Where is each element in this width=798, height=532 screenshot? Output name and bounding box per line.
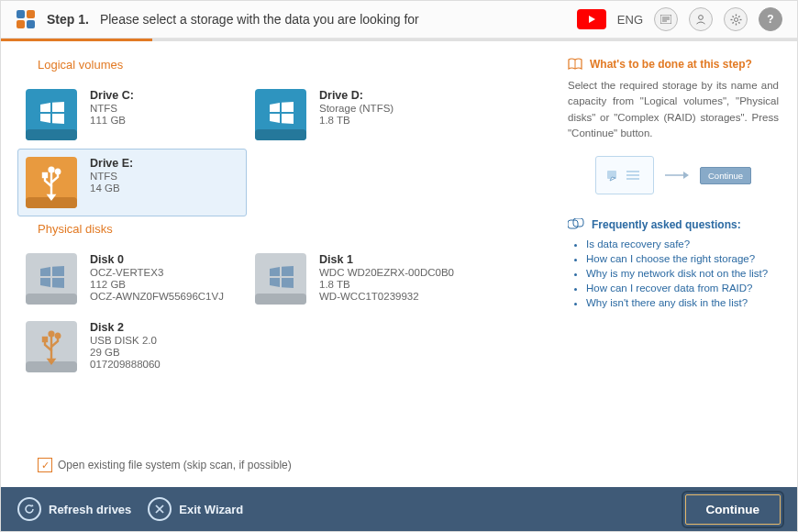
refresh-icon: [17, 497, 41, 521]
physical-disks-grid: Disk 0OCZ-VERTEX3112 GBOCZ-AWNZ0FW55696C…: [17, 245, 542, 381]
disk-size: 112 GB: [90, 279, 224, 290]
svg-rect-21: [255, 129, 306, 140]
illus-continue-label: Continue: [700, 167, 751, 184]
language-selector[interactable]: ENG: [617, 13, 643, 27]
disk-name: Disk 1: [319, 253, 454, 266]
drive-size: 14 GB: [90, 183, 133, 194]
help-heading: What's to be done at this step?: [568, 58, 779, 71]
disk-serial: 017209888060: [90, 359, 161, 370]
main-area: Logical volumes Drive C:NTFS111 GBDrive …: [1, 41, 797, 487]
faq-heading: Frequently asked questions:: [568, 218, 779, 231]
drive-size: 1.8 TB: [319, 115, 393, 126]
logical-volumes-grid: Drive C:NTFS111 GBDrive D:Storage (NTFS)…: [17, 81, 542, 216]
checkbox-label: Open existing file system (skip scan, if…: [58, 459, 292, 471]
svg-point-27: [56, 170, 61, 174]
svg-point-8: [699, 16, 704, 20]
drive-icon: [26, 157, 77, 208]
help-body: Select the required storage by its name …: [568, 78, 779, 141]
svg-rect-1: [27, 10, 35, 18]
drive-name: Drive E:: [90, 157, 133, 170]
drive-name: Drive D:: [319, 89, 393, 102]
svg-line-14: [732, 16, 733, 17]
drive-icon: [255, 89, 306, 140]
logical-volume-item[interactable]: Drive D:Storage (NTFS)1.8 TB: [247, 81, 476, 149]
disk-name: Disk 2: [90, 321, 161, 334]
physical-disks-title: Physical disks: [38, 222, 542, 236]
drive-fs: Storage (NTFS): [319, 103, 393, 114]
faq-link[interactable]: Is data recovery safe?: [586, 238, 779, 249]
help-panel: What's to be done at this step? Select t…: [559, 41, 797, 487]
drive-size: 111 GB: [90, 115, 134, 126]
faq-list: Is data recovery safe?How can I choose t…: [568, 238, 779, 308]
refresh-label: Refresh drives: [49, 503, 131, 516]
svg-rect-31: [255, 294, 306, 305]
help-illustration: Continue: [568, 156, 779, 194]
disk-serial: OCZ-AWNZ0FW55696C1VJ: [90, 291, 224, 302]
settings-icon[interactable]: [724, 7, 748, 31]
svg-rect-0: [17, 10, 25, 18]
disk-model: USB DISK 2.0: [90, 335, 161, 346]
book-icon: [568, 58, 582, 71]
svg-rect-36: [43, 338, 47, 341]
logical-volumes-title: Logical volumes: [38, 58, 542, 72]
drive-fs: NTFS: [90, 171, 133, 182]
topbar: Step 1. Please select a storage with the…: [1, 1, 797, 39]
svg-point-37: [56, 334, 61, 338]
faq-link[interactable]: Why isn't there any disk in the list?: [586, 297, 779, 308]
disk-model: OCZ-VERTEX3: [90, 267, 224, 278]
drive-icon: [26, 89, 77, 140]
svg-point-9: [734, 17, 737, 21]
faq-title: Frequently asked questions:: [592, 218, 741, 231]
refresh-drives-button[interactable]: Refresh drives: [17, 497, 131, 521]
help-icon[interactable]: ?: [759, 7, 782, 31]
physical-disk-item[interactable]: Disk 0OCZ-VERTEX3112 GBOCZ-AWNZ0FW55696C…: [17, 245, 247, 313]
svg-rect-2: [17, 20, 25, 28]
faq-link[interactable]: How can I recover data from RAID?: [586, 283, 779, 294]
logical-volume-item[interactable]: Drive C:NTFS111 GB: [17, 81, 247, 149]
step-instruction: Please select a storage with the data yo…: [100, 12, 419, 27]
logical-volume-item[interactable]: Drive E:NTFS14 GB: [17, 149, 247, 216]
close-icon: [148, 497, 172, 521]
drive-fs: NTFS: [90, 103, 134, 114]
svg-rect-19: [26, 129, 77, 140]
svg-line-15: [738, 22, 739, 23]
drive-name: Drive C:: [90, 89, 134, 102]
news-icon[interactable]: [654, 7, 678, 31]
step-number: Step 1.: [47, 12, 89, 27]
storage-panel: Logical volumes Drive C:NTFS111 GBDrive …: [1, 41, 559, 487]
disk-serial: WD-WCC1T0239932: [319, 291, 454, 302]
app-logo-icon: [16, 9, 36, 29]
checkbox-icon: ✓: [38, 458, 52, 472]
exit-label: Exit Wizard: [179, 503, 243, 516]
disk-icon: [26, 321, 77, 372]
svg-rect-26: [43, 173, 47, 177]
help-title: What's to be done at this step?: [590, 58, 752, 71]
svg-point-35: [50, 332, 54, 337]
svg-rect-29: [26, 294, 77, 305]
disk-name: Disk 0: [90, 253, 224, 266]
account-icon[interactable]: [689, 7, 713, 31]
svg-line-17: [732, 22, 733, 23]
physical-disk-item[interactable]: Disk 1WDC WD20EZRX-00DC0B01.8 TBWD-WCC1T…: [247, 245, 476, 313]
svg-point-25: [50, 168, 54, 172]
continue-button[interactable]: Continue: [685, 494, 781, 525]
disk-size: 29 GB: [90, 347, 161, 358]
faq-link[interactable]: How can I choose the right storage?: [586, 253, 779, 264]
exit-wizard-button[interactable]: Exit Wizard: [148, 497, 243, 521]
disk-icon: [255, 253, 306, 305]
youtube-button[interactable]: [577, 9, 606, 29]
footer: Refresh drives Exit Wizard Continue: [1, 487, 797, 531]
disk-model: WDC WD20EZRX-00DC0B0: [319, 267, 454, 278]
faq-link[interactable]: Why is my network disk not on the list?: [586, 268, 779, 279]
arrow-right-icon: [665, 171, 689, 180]
physical-disk-item[interactable]: Disk 2USB DISK 2.029 GB017209888060: [17, 313, 247, 381]
disk-size: 1.8 TB: [319, 279, 454, 290]
svg-line-16: [738, 16, 739, 17]
app-window: { "header": { "step_label": "Step 1.", "…: [0, 0, 798, 532]
faq-icon: [568, 218, 584, 231]
skip-scan-checkbox[interactable]: ✓ Open existing file system (skip scan, …: [38, 458, 542, 472]
svg-rect-3: [27, 20, 35, 28]
disk-icon: [26, 253, 77, 305]
